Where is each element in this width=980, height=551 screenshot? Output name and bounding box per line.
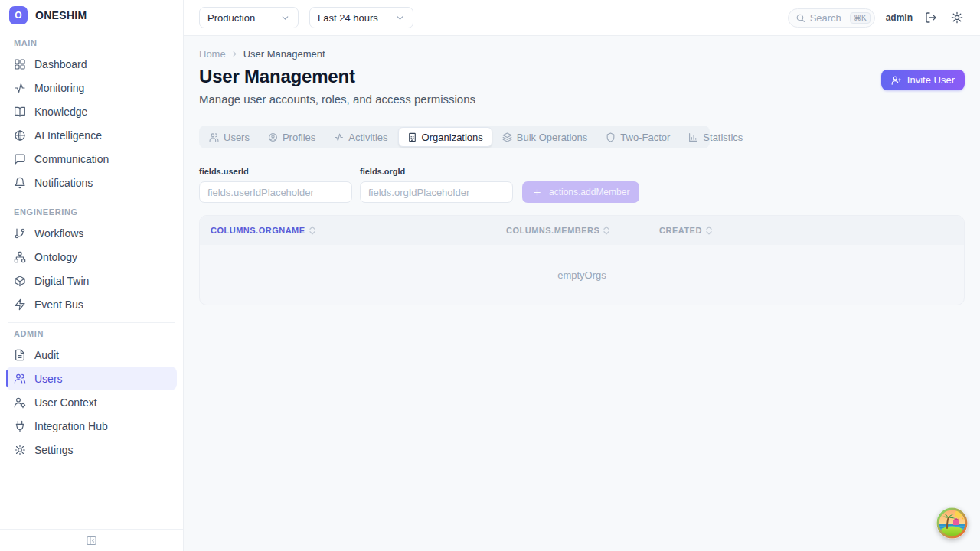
network-icon xyxy=(14,251,26,263)
bar-chart-icon xyxy=(688,132,698,142)
tab-label: Bulk Operations xyxy=(517,132,588,143)
add-member-form: fields.userId fields.orgId actions.addMe… xyxy=(199,167,965,203)
tab-profiles[interactable]: Profiles xyxy=(260,127,324,147)
logout-button[interactable] xyxy=(923,10,939,25)
app-logo-icon: O xyxy=(9,6,28,24)
sidebar-item-digital-twin[interactable]: Digital Twin xyxy=(6,269,177,292)
tab-label: Statistics xyxy=(703,132,743,143)
sidebar-item-label: Settings xyxy=(34,444,74,456)
sidebar-item-label: Dashboard xyxy=(34,58,87,70)
sidebar-item-label: Monitoring xyxy=(34,82,84,94)
sidebar-item-integration-hub[interactable]: Integration Hub xyxy=(6,414,177,438)
tab-label: Activities xyxy=(348,132,387,143)
column-header-members[interactable]: COLUMNS.MEMBERS xyxy=(506,226,659,235)
sort-icon xyxy=(309,226,315,235)
sidebar-item-workflows[interactable]: Workflows xyxy=(6,221,177,245)
island-widget-button[interactable] xyxy=(936,507,968,539)
page-title: User Management xyxy=(199,66,475,87)
sidebar-item-users[interactable]: Users xyxy=(6,367,177,390)
sidebar-collapse-button[interactable] xyxy=(86,535,97,546)
sidebar-item-label: Users xyxy=(34,373,63,385)
git-branch-icon xyxy=(14,227,26,240)
tab-bulk-operations[interactable]: Bulk Operations xyxy=(494,127,596,147)
sidebar-item-monitoring[interactable]: Monitoring xyxy=(6,76,177,99)
column-header-created[interactable]: CREATED xyxy=(659,226,712,235)
user-id-field: fields.userId xyxy=(199,167,352,203)
tab-label: Organizations xyxy=(422,132,483,143)
theme-toggle-sun-icon[interactable] xyxy=(949,10,965,25)
username-label: admin xyxy=(886,12,913,23)
sidebar-item-user-context[interactable]: User Context xyxy=(6,390,177,414)
add-member-button[interactable]: actions.addMember xyxy=(522,181,639,203)
invite-user-button[interactable]: Invite User xyxy=(881,70,965,90)
column-label: CREATED xyxy=(659,226,702,235)
column-header-orgname[interactable]: COLUMNS.ORGNAME xyxy=(200,226,506,235)
sidebar-item-label: Ontology xyxy=(34,251,77,263)
building-icon xyxy=(407,132,417,142)
org-id-field: fields.orgId xyxy=(360,167,513,203)
sidebar-item-label: Notifications xyxy=(34,177,93,189)
sidebar-item-label: Audit xyxy=(34,349,59,361)
sidebar-item-label: Integration Hub xyxy=(34,420,108,432)
topbar: Production Last 24 hours Search ⌘K admin xyxy=(184,0,980,36)
sidebar: O ONESHIM MAIN Dashboard Monitoring Know… xyxy=(0,0,184,551)
search-input[interactable]: Search ⌘K xyxy=(788,8,875,28)
user-circle-icon xyxy=(268,132,278,142)
chevron-right-icon xyxy=(230,50,239,58)
sort-icon xyxy=(706,226,712,235)
sidebar-item-notifications[interactable]: Notifications xyxy=(6,171,177,194)
sidebar-item-label: Communication xyxy=(34,153,109,165)
search-icon xyxy=(795,13,805,23)
users-icon xyxy=(209,132,219,142)
file-text-icon xyxy=(14,349,26,361)
page-header: User Management Manage user accounts, ro… xyxy=(199,66,965,106)
activity-icon xyxy=(334,132,344,142)
environment-select[interactable]: Production xyxy=(199,7,299,28)
section-label-main: MAIN xyxy=(6,32,177,52)
activity-icon xyxy=(14,82,26,94)
app-logo: O ONESHIM xyxy=(0,0,183,32)
org-id-label: fields.orgId xyxy=(360,167,513,176)
org-id-input[interactable] xyxy=(360,181,513,203)
tab-users[interactable]: Users xyxy=(201,127,258,147)
environment-value: Production xyxy=(207,12,255,24)
sidebar-item-knowledge[interactable]: Knowledge xyxy=(6,99,177,123)
user-id-input[interactable] xyxy=(199,181,352,203)
sidebar-item-ontology[interactable]: Ontology xyxy=(6,245,177,269)
sidebar-item-event-bus[interactable]: Event Bus xyxy=(6,292,177,316)
sidebar-item-settings[interactable]: Settings xyxy=(6,438,177,461)
sidebar-item-label: Knowledge xyxy=(34,106,87,118)
column-label: COLUMNS.MEMBERS xyxy=(506,226,599,235)
users-icon xyxy=(14,373,26,385)
user-id-label: fields.userId xyxy=(199,167,352,176)
breadcrumb-home-link[interactable]: Home xyxy=(199,48,226,60)
chevron-down-icon xyxy=(395,13,405,23)
plus-icon xyxy=(532,187,542,197)
sidebar-item-communication[interactable]: Communication xyxy=(6,147,177,171)
sidebar-item-audit[interactable]: Audit xyxy=(6,343,177,367)
chevron-down-icon xyxy=(280,13,290,23)
grid-icon xyxy=(14,58,26,70)
tab-organizations[interactable]: Organizations xyxy=(398,127,492,147)
layers-icon xyxy=(502,132,512,142)
sidebar-nav: MAIN Dashboard Monitoring Knowledge AI I… xyxy=(0,32,183,529)
tab-statistics[interactable]: Statistics xyxy=(680,127,751,147)
book-open-icon xyxy=(14,106,26,118)
sidebar-item-ai-intelligence[interactable]: AI Intelligence xyxy=(6,123,177,147)
sort-icon xyxy=(603,226,609,235)
add-member-label: actions.addMember xyxy=(549,187,629,197)
user-cog-icon xyxy=(14,396,26,409)
page-content: Home User Management User Management Man… xyxy=(184,36,980,305)
tab-two-factor[interactable]: Two-Factor xyxy=(597,127,678,147)
tab-activities[interactable]: Activities xyxy=(325,127,396,147)
tab-label: Profiles xyxy=(283,132,315,143)
time-range-select[interactable]: Last 24 hours xyxy=(309,7,413,28)
invite-user-label: Invite User xyxy=(907,74,955,86)
bell-icon xyxy=(14,177,26,189)
section-label-admin: ADMIN xyxy=(6,323,177,343)
sidebar-item-label: Event Bus xyxy=(34,298,83,311)
breadcrumb: Home User Management xyxy=(199,48,965,60)
sidebar-item-dashboard[interactable]: Dashboard xyxy=(6,52,177,76)
table-header-row: COLUMNS.ORGNAME COLUMNS.MEMBERS CREATED xyxy=(200,216,964,245)
tab-bar: Users Profiles Activities Organizations … xyxy=(199,126,710,148)
